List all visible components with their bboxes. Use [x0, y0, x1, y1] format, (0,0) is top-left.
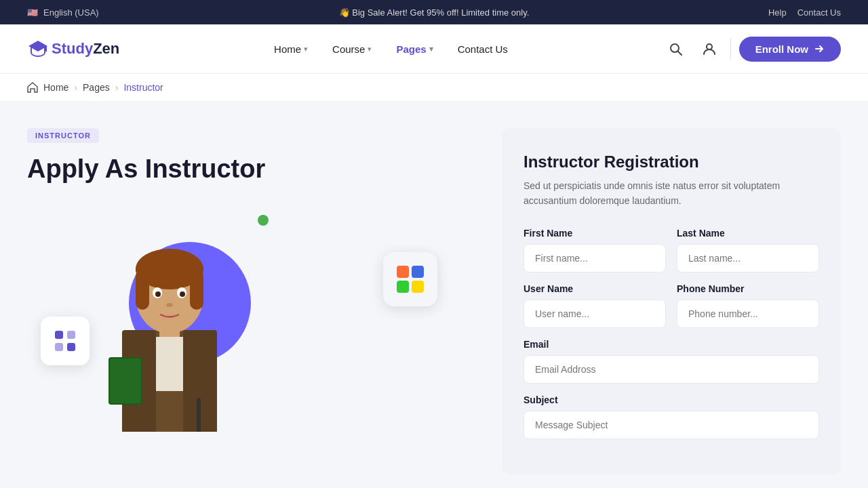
chevron-icon: ▾ — [429, 45, 433, 54]
nav-contact[interactable]: Contact Us — [448, 38, 517, 60]
email-label: Email — [524, 339, 819, 350]
nav-links: Home ▾ Course ▾ Pages ▾ Contact Us — [264, 38, 517, 60]
name-row: First Name Last Name — [524, 228, 819, 272]
search-icon — [669, 42, 682, 56]
user-button[interactable] — [696, 36, 722, 62]
announcement-bar: 🇺🇸 English (USA) 👋 Big Sale Alert! Get 9… — [0, 0, 868, 24]
username-label: User Name — [524, 283, 666, 294]
chevron-icon: ▾ — [304, 45, 308, 54]
last-name-group: Last Name — [677, 228, 819, 272]
breadcrumb-sep-1: › — [74, 82, 77, 93]
logo-study-text: Study — [52, 40, 93, 57]
svg-rect-25 — [55, 343, 63, 351]
nav-pages[interactable]: Pages ▾ — [387, 38, 442, 60]
search-button[interactable] — [663, 36, 688, 62]
username-group: User Name — [524, 283, 666, 328]
help-link[interactable]: Help — [768, 7, 787, 18]
email-group: Email — [524, 339, 819, 384]
floating-card-2 — [383, 252, 437, 306]
navbar: StudyZen Home ▾ Course ▾ Pages ▾ Contact… — [0, 24, 868, 73]
chevron-icon: ▾ — [368, 45, 372, 54]
breadcrumb-home[interactable]: Home — [43, 82, 68, 93]
main-content: INSTRUCTOR Apply As Instructor — [0, 101, 868, 488]
logo-icon — [27, 38, 49, 60]
nav-divider — [730, 38, 731, 60]
contact-link-top[interactable]: Contact Us — [797, 7, 841, 18]
breadcrumb-sep-2: › — [115, 82, 119, 93]
app-icon — [393, 262, 427, 296]
svg-line-2 — [678, 52, 682, 55]
breadcrumb-current: Instructor — [123, 82, 163, 93]
form-title: Instructor Registration — [524, 152, 819, 171]
arrow-icon — [814, 43, 825, 54]
language-selector[interactable]: 🇺🇸 English (USA) — [27, 7, 99, 18]
home-icon — [27, 82, 38, 93]
user-icon — [703, 42, 716, 56]
floating-card-1 — [41, 317, 90, 365]
svg-point-3 — [707, 44, 712, 49]
grid-icon — [52, 328, 78, 354]
breadcrumb-pages[interactable]: Pages — [83, 82, 110, 93]
nav-course[interactable]: Course ▾ — [323, 38, 381, 60]
phone-label: Phone Number — [677, 283, 819, 294]
svg-rect-29 — [397, 281, 409, 293]
form-description: Sed ut perspiciatis unde omnis iste natu… — [524, 178, 819, 209]
first-name-group: First Name — [524, 228, 666, 272]
left-section: INSTRUCTOR Apply As Instructor — [27, 128, 475, 474]
svg-rect-27 — [397, 266, 409, 278]
last-name-label: Last Name — [677, 228, 819, 239]
subject-label: Subject — [524, 394, 819, 405]
username-input[interactable] — [524, 300, 666, 328]
phone-group: Phone Number — [677, 283, 819, 328]
instructor-badge: INSTRUCTOR — [27, 128, 99, 143]
email-input[interactable] — [524, 355, 819, 384]
subject-input[interactable] — [524, 411, 819, 439]
svg-point-16 — [155, 291, 161, 297]
svg-rect-28 — [412, 266, 424, 278]
svg-rect-23 — [55, 331, 63, 339]
decorative-dot — [258, 215, 269, 226]
svg-point-18 — [166, 303, 173, 307]
first-name-input[interactable] — [524, 244, 666, 272]
nav-actions: Enroll Now — [663, 36, 841, 62]
phone-input[interactable] — [677, 300, 819, 328]
first-name-label: First Name — [524, 228, 666, 239]
breadcrumb: Home › Pages › Instructor — [0, 73, 868, 101]
flag-icon: 🇺🇸 — [27, 7, 38, 18]
language-label: English (USA) — [43, 7, 99, 18]
last-name-input[interactable] — [677, 244, 819, 272]
page-heading: Apply As Instructor — [27, 154, 475, 185]
registration-form: Instructor Registration Sed ut perspicia… — [502, 128, 841, 474]
nav-home[interactable]: Home ▾ — [264, 38, 317, 60]
instructor-illustration — [81, 208, 258, 432]
announcement-text: 👋 Big Sale Alert! Get 95% off! Limited t… — [339, 7, 530, 18]
enroll-button[interactable]: Enroll Now — [739, 37, 841, 62]
hero-image-area — [27, 201, 475, 432]
svg-rect-13 — [136, 262, 203, 276]
top-nav-links: Help Contact Us — [768, 7, 841, 18]
username-phone-row: User Name Phone Number — [524, 283, 819, 328]
subject-group: Subject — [524, 394, 819, 439]
svg-rect-20 — [197, 398, 201, 432]
svg-rect-30 — [412, 281, 424, 293]
logo-zen-text: Zen — [93, 40, 119, 57]
svg-point-1 — [671, 44, 679, 52]
svg-rect-24 — [67, 331, 75, 339]
svg-point-17 — [180, 291, 185, 297]
logo[interactable]: StudyZen — [27, 38, 119, 60]
svg-rect-22 — [110, 359, 141, 403]
svg-rect-26 — [67, 343, 75, 351]
